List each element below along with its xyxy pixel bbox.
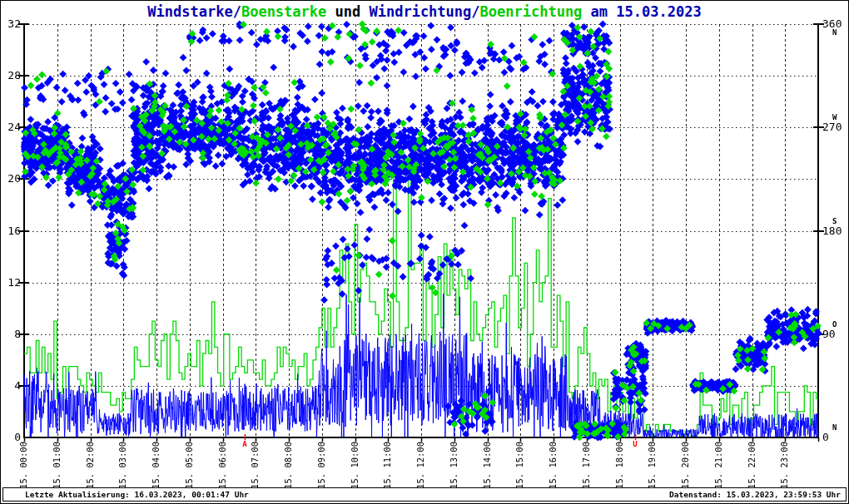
y-left-tick-label: 4 [1,380,21,392]
y-left-tick-label: 28 [1,70,21,82]
x-axis-tick-label: 15. 08:00 [283,442,293,489]
compass-letter-label: N [832,29,837,37]
x-axis-tick-label: 15. 20:00 [680,442,690,489]
x-axis-tick-label: 15. 15:00 [514,442,524,489]
y-left-tick-label: 16 [1,225,21,237]
sunrise-marker-a: A [242,441,246,448]
y-right-tick-label: 0 [822,432,829,443]
x-axis-tick-label: 15. 09:00 [316,442,326,489]
sunset-marker-u: U [633,441,637,448]
x-axis-tick-label: 15. 06:00 [217,442,227,489]
x-axis-tick-label: 15. 17:00 [581,442,591,489]
x-axis-tick-label: 15. 03:00 [117,442,127,489]
x-axis-tick-label: 15. 19:00 [647,442,657,489]
y-left-tick-label: 8 [1,329,21,340]
x-axis-tick-label: 15. 11:00 [382,442,392,489]
x-axis-tick-label: 15. 02:00 [85,442,95,489]
x-axis-tick-label: 15. 14:00 [482,442,492,489]
y-right-tick-label: 90 [822,329,836,340]
compass-letter-label: O [832,321,837,329]
x-axis-tick-label: 15. 21:00 [713,442,723,489]
y-left-tick-label: 32 [1,18,21,30]
x-axis-tick-label: 15. 04:00 [151,442,161,489]
y-left-tick-label: 20 [1,173,21,185]
x-axis-tick-label: 15. 18:00 [614,442,624,489]
weather-chart-window: Windstarke/Boenstarke und Windrichtung/B… [0,0,849,504]
y-left-tick-label: 24 [1,121,21,133]
y-right-tick-label: 270 [822,121,842,133]
x-axis-tick-label: 15. 10:00 [350,442,360,489]
x-axis-tick-label: 15. 05:00 [184,442,194,489]
x-axis-tick-label: 15. 12:00 [415,442,425,489]
y-left-tick-label: 12 [1,277,21,289]
status-bar: Letzte Aktualisierung: 16.03.2023, 00:01… [2,487,847,502]
chart-plot-area [1,1,849,504]
x-axis-tick-label: 15. 07:00 [250,442,260,489]
x-axis-tick-label: 15. 01:00 [52,442,62,489]
data-timestamp-text: Datenstand: 15.03.2023, 23:59:53 Uhr [669,490,841,499]
x-axis-tick-label: 15. 00:00 [18,442,28,489]
x-axis-tick-label: 15. 23:00 [779,442,789,489]
last-update-text: Letzte Aktualisierung: 16.03.2023, 00:01… [25,490,249,499]
compass-letter-label: N [832,424,837,432]
x-axis-tick-label: 15. 16:00 [548,442,558,489]
compass-letter-label: W [832,114,837,121]
y-right-tick-label: 180 [822,225,842,237]
x-axis-tick-label: 15. 13:00 [449,442,459,489]
x-axis-tick-label: 15. 22:00 [747,442,757,489]
compass-letter-label: S [832,218,837,225]
